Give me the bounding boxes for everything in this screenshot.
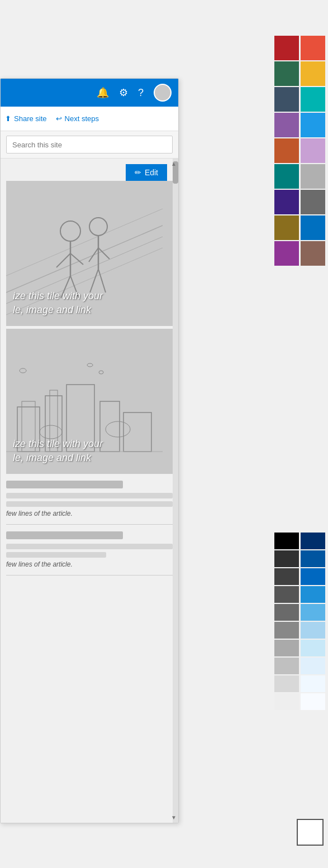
article-2-header-placeholder [6,531,123,539]
share-icon: ⬆ [5,114,11,123]
avatar[interactable] [154,84,172,102]
slate-blue-swatch[interactable] [274,87,299,112]
divider-1 [6,524,173,525]
article-1: few lines of the article. [6,481,173,517]
article-1-header-placeholder [6,481,123,488]
tile-2-sketch: ize this tile with your le, image and li… [6,329,173,474]
svg-point-26 [87,363,93,367]
tile-2[interactable]: ize this tile with your le, image and li… [6,329,173,474]
white-swatch[interactable] [297,819,324,846]
svg-line-2 [6,209,163,276]
dark-gray-swatch[interactable] [274,568,299,585]
gear-icon[interactable]: ⚙ [119,87,128,99]
teal-swatch[interactable] [301,87,325,112]
navy-blue-swatch[interactable] [301,550,325,567]
orange-swatch[interactable] [274,138,299,163]
gray-aa-swatch[interactable] [274,640,299,656]
dark-red-swatch[interactable] [274,36,299,60]
scroll-down-arrow[interactable]: ▼ [171,814,177,821]
tile-1-text: ize this tile with your le, image and li… [13,289,103,317]
svg-point-27 [99,371,103,374]
sp-topbar: 🔔 ⚙ ? [1,79,178,107]
silver-swatch[interactable] [274,658,299,674]
sp-actionbar: ⬆ Share site ↩ Next steps [1,107,178,131]
yellow-swatch[interactable] [301,61,325,86]
orange-red-swatch[interactable] [301,36,325,60]
tile-2-text: ize this tile with your le, image and li… [13,437,103,465]
color-palette-bottom [272,530,328,712]
article-1-body-line-2 [6,501,173,507]
svg-rect-21 [100,401,120,452]
tile-1-sketch: ize this tile with your le, image and li… [6,181,173,326]
help-icon[interactable]: ? [138,87,144,99]
svg-point-25 [20,368,26,373]
color-palette-top [272,33,328,268]
svg-line-12 [89,248,98,262]
bell-icon[interactable]: 🔔 [97,87,109,99]
edit-icon: ✏ [135,168,141,177]
medium-gray-swatch[interactable] [301,190,325,214]
tile-1[interactable]: ize this tile with your le, image and li… [6,181,173,326]
black-swatch[interactable] [274,533,299,549]
share-site-label: Share site [14,114,47,123]
near-white-swatch[interactable] [301,693,325,710]
magenta-purple-swatch[interactable] [274,241,299,266]
bottom-spacer [1,581,178,626]
sp-searchbar [1,131,178,159]
edit-button[interactable]: ✏ Edit [126,164,167,181]
gray-88-swatch[interactable] [274,622,299,639]
svg-rect-22 [123,413,151,452]
next-steps-button[interactable]: ↩ Next steps [56,114,99,123]
share-site-button[interactable]: ⬆ Share site [5,114,47,123]
svg-point-24 [106,421,130,437]
alice-blue-swatch[interactable] [301,675,325,692]
svg-point-10 [89,218,107,236]
scrollbar[interactable] [173,159,178,823]
sky-blue-swatch[interactable] [301,586,325,603]
svg-point-4 [60,221,80,241]
article-2-body-line-2 [6,552,106,558]
pale-blue-swatch[interactable] [301,622,325,639]
article-1-body-line-1 [6,493,173,498]
gray-6a-swatch[interactable] [274,604,299,621]
next-icon: ↩ [56,114,62,123]
scroll-up-arrow[interactable]: ▲ [171,161,177,167]
tile-2-text-line1: ize this tile with your [13,437,103,451]
light-blue-swatch[interactable] [301,113,325,137]
next-steps-label: Next steps [65,114,99,123]
svg-line-7 [70,253,83,265]
svg-line-13 [98,248,110,259]
article-2-body-line-1 [6,544,173,549]
blue-swatch[interactable] [301,215,325,240]
tile-1-text-line1: ize this tile with your [13,289,103,303]
deep-purple-swatch[interactable] [274,190,299,214]
article-2: few lines of the article. [6,531,173,568]
lavender-swatch[interactable] [301,138,325,163]
teal-dark-swatch[interactable] [274,164,299,189]
gray-swatch[interactable] [301,164,325,189]
tile-2-text-line2: le, image and link [13,451,103,465]
article-1-text: few lines of the article. [6,510,173,517]
near-white-blue-swatch[interactable] [301,658,325,674]
light-sky-blue-swatch[interactable] [301,604,325,621]
olive-gold-swatch[interactable] [274,215,299,240]
sp-panel: 🔔 ⚙ ? ⬆ Share site ↩ Next steps ✏ Edit [0,78,179,823]
svg-line-6 [56,253,70,267]
search-input[interactable] [6,136,173,154]
svg-line-0 [6,226,163,292]
divider-2 [6,575,173,576]
brown-swatch[interactable] [301,241,325,266]
purple-swatch[interactable] [274,113,299,137]
light-gray-swatch[interactable] [274,675,299,692]
tile-1-text-line2: le, image and link [13,303,103,317]
medium-blue-swatch[interactable] [301,568,325,585]
gray-55-swatch[interactable] [274,586,299,603]
off-white-swatch[interactable] [274,693,299,710]
dark-green-swatch[interactable] [274,61,299,86]
very-pale-blue-swatch[interactable] [301,640,325,656]
edit-label: Edit [145,168,158,177]
very-dark-gray-swatch[interactable] [274,550,299,567]
dark-navy-swatch[interactable] [301,533,325,549]
article-2-text: few lines of the article. [6,560,173,568]
sp-content: ✏ Edit [1,159,178,823]
